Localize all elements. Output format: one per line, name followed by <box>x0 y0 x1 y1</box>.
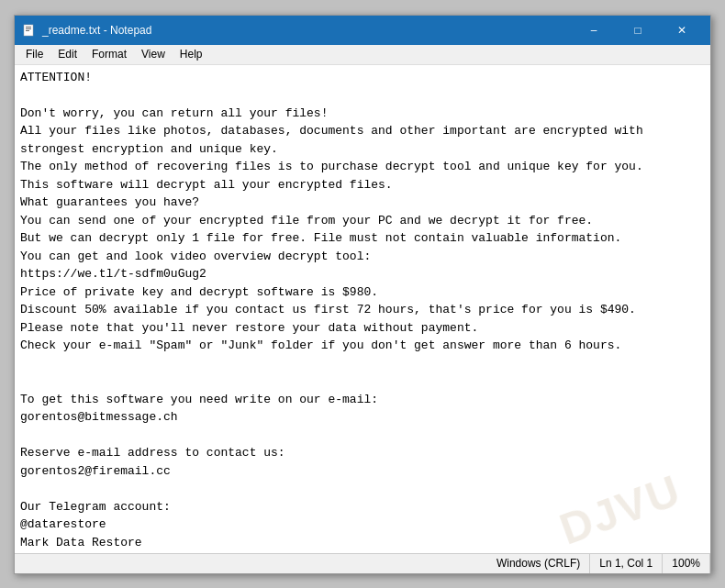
title-bar: _readme.txt - Notepad – □ ✕ <box>15 16 710 45</box>
svg-rect-3 <box>26 30 29 31</box>
menu-format[interactable]: Format <box>84 46 134 62</box>
menu-help[interactable]: Help <box>173 46 210 62</box>
cursor-position: Ln 1, Col 1 <box>590 554 663 573</box>
minimize-button[interactable]: – <box>573 16 615 45</box>
notepad-window: _readme.txt - Notepad – □ ✕ File Edit Fo… <box>14 15 711 574</box>
menu-bar: File Edit Format View Help <box>15 45 710 65</box>
menu-view[interactable]: View <box>134 46 173 62</box>
close-button[interactable]: ✕ <box>661 16 703 45</box>
text-content: ATTENTION! Don't worry, you can return a… <box>20 69 705 553</box>
svg-rect-2 <box>26 28 31 29</box>
window-controls: – □ ✕ <box>573 16 703 45</box>
editor-area: ATTENTION! Don't worry, you can return a… <box>15 65 710 553</box>
menu-edit[interactable]: Edit <box>50 46 84 62</box>
status-bar: Windows (CRLF) Ln 1, Col 1 100% <box>15 553 710 573</box>
app-icon <box>22 23 37 38</box>
encoding-status: Windows (CRLF) <box>487 554 590 573</box>
maximize-button[interactable]: □ <box>617 16 659 45</box>
window-title: _readme.txt - Notepad <box>42 24 573 37</box>
menu-file[interactable]: File <box>18 46 50 62</box>
zoom-level: 100% <box>663 554 710 573</box>
svg-rect-1 <box>26 27 31 28</box>
text-area-scroll[interactable]: ATTENTION! Don't worry, you can return a… <box>15 65 710 553</box>
